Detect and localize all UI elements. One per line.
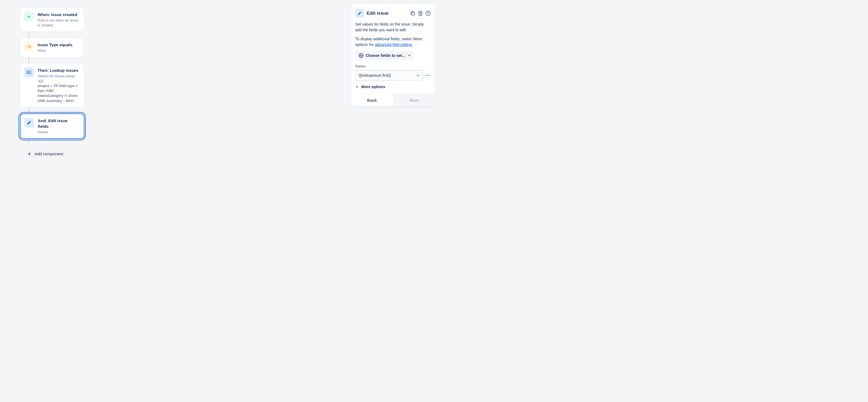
duplicate-icon[interactable] (410, 11, 415, 16)
svg-point-11 (429, 75, 429, 76)
back-button[interactable]: Back (351, 94, 393, 106)
delete-icon[interactable] (418, 11, 423, 16)
chevron-down-icon (407, 54, 411, 57)
next-button[interactable]: Next (393, 94, 434, 106)
rule-chain: When: Issue created Rule is run when an … (20, 8, 84, 159)
connector (29, 139, 29, 144)
branch-icon (24, 42, 34, 52)
lookup-title: Then: Lookup issues (38, 67, 79, 73)
trigger-sub: Rule is run when an issue is created. (38, 18, 79, 28)
choose-fields-button[interactable]: Choose fields to set... (355, 51, 414, 60)
condition-title: Issue Type equals (38, 42, 72, 47)
panel-desc-1: Set values for fields on the issue. Simp… (355, 22, 431, 33)
parent-field-select[interactable]: {{lookupissue.first}} (355, 70, 423, 81)
help-icon[interactable] (425, 11, 431, 16)
add-component-button[interactable]: Add component (23, 149, 67, 159)
connector (29, 57, 29, 63)
parent-field-label: Parent (355, 64, 431, 68)
plus-icon (27, 152, 32, 157)
add-component-label: Add component (35, 152, 63, 156)
svg-rect-5 (412, 12, 415, 15)
chevron-right-icon (355, 85, 359, 89)
condition-sub: Story (38, 48, 72, 53)
more-options-label: More options (361, 85, 385, 89)
edit-sub: Parent (38, 130, 79, 135)
pencil-icon (24, 118, 34, 128)
parent-field-value: {{lookupissue.first}} (359, 73, 391, 77)
svg-point-8 (361, 55, 362, 56)
svg-point-10 (427, 75, 428, 76)
lookup-icon (24, 67, 34, 77)
connector (29, 32, 29, 38)
pencil-icon (355, 9, 364, 18)
trigger-title: When: Issue created (38, 12, 79, 18)
field-more-icon[interactable] (424, 71, 431, 80)
edit-title: And: Edit issue fields (38, 118, 79, 129)
panel-title: Edit issue (367, 11, 407, 16)
advanced-field-editing-link[interactable]: advanced field editing (375, 42, 412, 47)
lookup-sub: Search for issues using JQL (38, 74, 79, 83)
svg-point-9 (426, 75, 426, 76)
desc2-suffix: . (412, 42, 413, 47)
edit-issue-panel: Edit issue Set values for fields on the … (351, 4, 434, 106)
choose-fields-label: Choose fields to set... (366, 53, 405, 58)
plus-icon (24, 12, 34, 22)
gear-icon (359, 53, 364, 58)
rule-item-trigger[interactable]: When: Issue created Rule is run when an … (20, 8, 84, 32)
panel-footer: Back Next (351, 94, 434, 106)
lookup-jql: project = TP AND type = Epic AND statusC… (38, 83, 79, 103)
rule-item-lookup[interactable]: Then: Lookup issues Search for issues us… (20, 63, 84, 107)
rule-item-condition[interactable]: Issue Type equals Story (20, 38, 84, 57)
more-options-toggle[interactable]: More options (355, 85, 431, 89)
panel-desc-2: To display additional fields, select 'Mo… (355, 36, 431, 47)
panel-header: Edit issue (355, 9, 431, 18)
connector (29, 107, 29, 113)
rule-item-edit[interactable]: And: Edit issue fields Parent (20, 113, 84, 139)
chevron-down-icon (416, 73, 420, 77)
